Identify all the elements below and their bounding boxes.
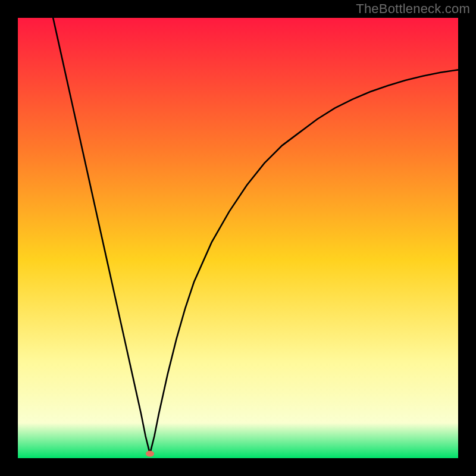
optimal-point-marker (146, 451, 154, 457)
chart-frame: TheBottleneck.com (0, 0, 476, 476)
plot-area (18, 18, 458, 458)
plot-svg (18, 18, 458, 458)
watermark-text: TheBottleneck.com (356, 1, 470, 17)
